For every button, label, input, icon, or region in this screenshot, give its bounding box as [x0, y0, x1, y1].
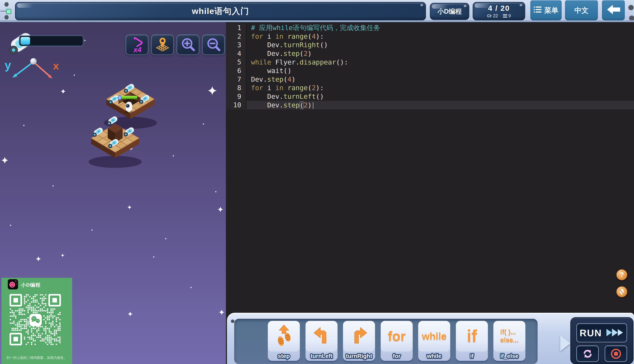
code-lines: 1# 应用while语句编写代码，完成收集任务2for i in range(4… [226, 24, 634, 110]
code-line: 4 Dev.step(2) [226, 49, 634, 58]
text-cursor [313, 102, 313, 109]
level-counters: 229 [487, 13, 511, 18]
block-card-step[interactable]: step [268, 321, 300, 361]
star-sparkle [61, 254, 64, 257]
star-sparkle [127, 205, 132, 210]
line-number: 7 [226, 75, 246, 84]
map-button[interactable] [151, 34, 174, 55]
screw-icon [4, 15, 9, 20]
app-window: while语句入门 小D编程 4 / 20 229 菜单 中文 [0, 0, 634, 364]
counter-value: 22 [493, 13, 498, 18]
speed-x4-icon: x4 [129, 36, 145, 54]
map-icon [154, 36, 171, 53]
star-sparkle [208, 86, 217, 95]
qr-caption: 扫一扫上面的二维码图案，加我为朋友。 [2, 356, 72, 360]
screw-icon [628, 5, 634, 10]
if-text-icon: if [456, 323, 488, 349]
block-card-if[interactable]: ifif [456, 321, 488, 361]
refresh-icon [582, 348, 593, 360]
stop-button[interactable] [605, 346, 627, 362]
axis-y-label: y [5, 58, 11, 72]
line-number: 1 [226, 24, 246, 32]
reset-button[interactable] [576, 346, 599, 362]
level-progress-button[interactable]: 4 / 20 229 [473, 2, 525, 20]
level-title-text: while语句入门 [192, 6, 249, 17]
star-dot [203, 124, 204, 125]
code-line: 5while Flyer.disappear(): [226, 58, 634, 66]
back-button[interactable] [602, 0, 625, 20]
bell-muted-icon [618, 288, 625, 295]
line-number: 8 [226, 84, 246, 92]
line-number: 10 [226, 101, 246, 110]
star-dot [173, 155, 174, 156]
top-bar: while语句入门 小D编程 4 / 20 229 菜单 中文 [0, 0, 634, 22]
for-text-icon: for [381, 323, 413, 349]
language-button[interactable]: 中文 [565, 0, 598, 20]
svg-text:+: + [16, 283, 17, 285]
indicator-light-icon [6, 9, 11, 14]
counter-battery-icon: 22 [487, 13, 498, 18]
block-label: turnLeft [305, 353, 338, 360]
level-progress-fill [21, 37, 30, 45]
star-dot [23, 125, 25, 126]
block-label: turnRight [343, 353, 375, 360]
code-line: 9 Dev.turnLeft() [226, 92, 634, 101]
run-button[interactable]: RUN [576, 323, 627, 342]
brand-button[interactable]: 小D编程 [430, 3, 469, 20]
counter-value: 9 [508, 13, 511, 18]
zoom-out-button[interactable] [202, 34, 225, 55]
help-button[interactable]: ? [616, 269, 627, 280]
star-dot [84, 40, 86, 41]
line-number: 3 [226, 41, 246, 49]
line-number: 5 [226, 58, 246, 66]
bell-muted-button[interactable] [616, 286, 627, 297]
zoom-in-icon [180, 36, 196, 53]
brand-avatar-icon: + + [8, 279, 18, 290]
turn-right-icon [343, 323, 375, 349]
star-dot [10, 225, 11, 226]
star-dot [215, 191, 216, 192]
star-dot [153, 256, 154, 258]
block-card-turnRight[interactable]: turnRight [343, 321, 375, 361]
code-line: 7Dev.step(4) [226, 75, 634, 84]
gizmo-origin-sphere [30, 58, 37, 64]
star-sparkle [61, 89, 66, 94]
qr-code [10, 294, 62, 346]
code-line: 10 Dev.step(2) [226, 101, 634, 110]
star-dot [190, 287, 192, 288]
game-viewport[interactable]: yx x4 [0, 22, 226, 364]
run-label: RUN [580, 328, 602, 338]
block-label: if_else [493, 353, 525, 360]
block-card-if_else[interactable]: if( )...else...if_else [493, 321, 525, 361]
star-sparkle [1, 157, 8, 164]
block-card-turnLeft[interactable]: turnLeft [305, 321, 338, 361]
star-dot [74, 74, 75, 76]
block-card-while[interactable]: whilewhile [418, 321, 450, 361]
star-dot [53, 185, 54, 186]
star-dot [92, 230, 93, 231]
qr-promo-card: + + 小D编程 扫一扫上面的二维码图案，加我为朋友。 [2, 278, 72, 364]
block-label: while [418, 353, 450, 360]
block-card-for[interactable]: forfor [381, 321, 413, 361]
scroll-right-arrow[interactable] [560, 335, 570, 351]
turn-left-icon [305, 323, 338, 349]
zoom-in-button[interactable] [176, 34, 200, 55]
block-label: step [268, 353, 300, 360]
level-title: while语句入门 [15, 2, 426, 20]
axis-x-label: x [53, 60, 59, 72]
question-mark-icon: ? [620, 271, 624, 279]
code-line: 8for i in range(2): [226, 84, 634, 92]
block-toolbar: stepturnLeftturnRightforforwhilewhileifi… [227, 313, 634, 364]
level-progress: 4 / 20 [488, 4, 510, 12]
menu-button[interactable]: 菜单 [530, 0, 562, 20]
while-text-icon: while [418, 323, 450, 349]
run-panel: RUN [570, 317, 633, 364]
step-icon [268, 323, 300, 349]
block-label: for [381, 353, 413, 360]
line-number: 2 [226, 32, 246, 41]
speed-x4-button[interactable]: x4 [125, 34, 149, 55]
counter-lines-icon: 9 [503, 13, 511, 18]
svg-text:x4: x4 [133, 46, 142, 54]
menu-lines-icon [534, 6, 541, 14]
screw-icon [231, 320, 234, 323]
